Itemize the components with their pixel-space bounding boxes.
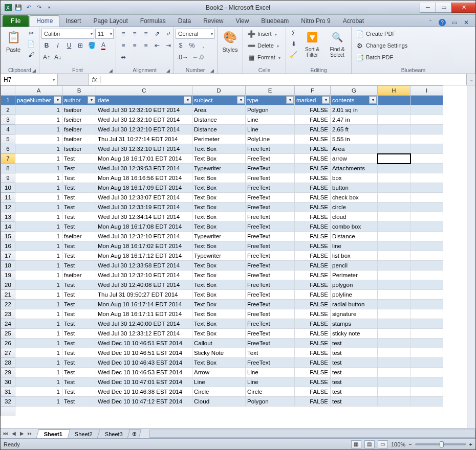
cell[interactable]: Test xyxy=(62,377,96,387)
cell[interactable]: Text xyxy=(246,348,295,358)
cell[interactable] xyxy=(410,290,443,300)
cell[interactable]: Test xyxy=(62,339,96,348)
cell[interactable]: Wed Jul 30 12:33:19 EDT 2014 xyxy=(96,202,192,212)
cell[interactable]: Test xyxy=(62,397,96,407)
cell[interactable] xyxy=(378,348,410,358)
row-header-4[interactable]: 4 xyxy=(1,125,15,134)
cell[interactable] xyxy=(378,202,410,212)
cell[interactable] xyxy=(410,358,443,368)
sheet-tab-sheet1[interactable]: Sheet1 xyxy=(36,429,71,438)
row-header-23[interactable]: 23 xyxy=(1,309,15,319)
delete-cells-button[interactable]: ➖Delete xyxy=(245,40,283,51)
align-middle-button[interactable]: ≡ xyxy=(129,29,140,39)
qat-dropdown-icon[interactable]: ▾ xyxy=(45,3,54,12)
cell[interactable]: Wed Jul 30 12:33:12 EDT 2014 xyxy=(96,329,192,339)
cell[interactable]: 1 xyxy=(15,329,62,339)
cell[interactable]: check box xyxy=(331,193,378,202)
cell[interactable]: Text Box xyxy=(192,358,246,368)
cell[interactable]: Mon Aug 18 16:16:56 EDT 2014 xyxy=(96,173,192,183)
row-header-19[interactable]: 19 xyxy=(1,271,15,280)
cell[interactable]: Line xyxy=(246,368,295,377)
row-header-15[interactable]: 15 xyxy=(1,232,15,241)
fill-button[interactable]: ⬇ xyxy=(288,39,299,49)
cell[interactable]: Wed Jul 30 12:32:10 EDT 2014 xyxy=(96,271,192,280)
cell[interactable]: FreeText xyxy=(246,241,295,251)
cell[interactable]: FALSE xyxy=(295,290,331,300)
cell[interactable]: FALSE xyxy=(295,358,331,368)
cell[interactable]: Wed Dec 10 10:46:43 EST 2014 xyxy=(96,358,192,368)
column-header-F[interactable]: F xyxy=(295,86,331,96)
row-header-9[interactable]: 9 xyxy=(1,173,15,183)
table-header-contents[interactable]: contents▾ xyxy=(331,96,378,105)
merge-center-button[interactable]: ⬌ xyxy=(118,52,128,62)
row-header-14[interactable]: 14 xyxy=(1,222,15,232)
cell[interactable]: 1 xyxy=(15,125,62,134)
cell[interactable]: Test xyxy=(62,290,96,300)
cell[interactable] xyxy=(410,134,443,144)
cell[interactable]: Wed Jul 30 12:33:07 EDT 2014 xyxy=(96,193,192,202)
cell[interactable]: FreeText xyxy=(246,154,295,164)
minimize-ribbon-icon[interactable]: ˆ xyxy=(426,18,435,27)
cell[interactable]: Wed Jul 30 12:40:08 EDT 2014 xyxy=(96,280,192,290)
redo-icon[interactable]: ↷ xyxy=(34,3,44,12)
cell[interactable]: Test xyxy=(62,261,96,271)
cell[interactable] xyxy=(378,144,410,154)
cell[interactable] xyxy=(410,144,443,154)
table-header-date[interactable]: date▾ xyxy=(96,96,192,105)
cell[interactable]: 1 xyxy=(15,115,62,125)
row-header-12[interactable]: 12 xyxy=(1,202,15,212)
cell[interactable]: Wed Jul 30 12:33:58 EDT 2014 xyxy=(96,261,192,271)
cell[interactable]: Test xyxy=(62,222,96,232)
cell[interactable]: FreeText xyxy=(246,202,295,212)
select-all-cell[interactable] xyxy=(1,86,15,96)
ribbon-tab-nitro-pro-9[interactable]: Nitro Pro 9 xyxy=(295,15,336,27)
bold-button[interactable]: B xyxy=(41,40,52,51)
cell[interactable]: 1 xyxy=(15,290,62,300)
cell[interactable]: Text Box xyxy=(192,154,246,164)
column-header-I[interactable]: I xyxy=(410,86,443,96)
align-top-button[interactable]: ≡ xyxy=(118,29,128,39)
cell[interactable]: Mon Aug 18 16:17:02 EDT 2014 xyxy=(96,241,192,251)
ribbon-tab-page-layout[interactable]: Page Layout xyxy=(87,15,134,27)
cell[interactable]: stamps xyxy=(331,319,378,329)
cell[interactable]: FALSE xyxy=(295,300,331,309)
cell[interactable]: Typewriter xyxy=(192,164,246,173)
cell[interactable]: FALSE xyxy=(295,397,331,407)
cell[interactable]: 1 xyxy=(15,144,62,154)
cell[interactable]: Cloud xyxy=(192,397,246,407)
cell[interactable]: FALSE xyxy=(295,280,331,290)
orientation-button[interactable]: ⇗ xyxy=(152,29,162,39)
vertical-scrollbar[interactable] xyxy=(467,85,475,428)
cell[interactable]: combo box xyxy=(331,222,378,232)
font-color-button[interactable]: A xyxy=(98,40,109,51)
row-header-17[interactable]: 17 xyxy=(1,251,15,261)
increase-decimal-button[interactable]: .0→ xyxy=(176,52,190,62)
column-header-C[interactable]: C xyxy=(96,86,192,96)
cell[interactable]: 1 xyxy=(15,183,62,193)
page-break-view-button[interactable]: ▭ xyxy=(378,440,388,448)
cell[interactable]: 1 xyxy=(15,271,62,280)
cell[interactable] xyxy=(378,387,410,397)
row-header-26[interactable]: 26 xyxy=(1,339,15,348)
cell[interactable]: FALSE xyxy=(295,377,331,387)
help-icon[interactable]: ? xyxy=(439,19,446,26)
cell[interactable] xyxy=(378,261,410,271)
cell[interactable]: FALSE xyxy=(295,222,331,232)
cell[interactable] xyxy=(378,377,410,387)
cell[interactable]: circle xyxy=(331,202,378,212)
row-header-3[interactable]: 3 xyxy=(1,115,15,125)
sheet-tab-sheet2[interactable]: Sheet2 xyxy=(67,430,100,438)
cut-button[interactable]: ✂ xyxy=(26,28,36,38)
cell[interactable]: FALSE xyxy=(295,164,331,173)
cell[interactable]: Wed Jul 30 12:32:10 EDT 2014 xyxy=(96,144,192,154)
styles-button[interactable]: 🎨 Styles xyxy=(220,28,241,54)
cell[interactable]: Test xyxy=(62,183,96,193)
table-header-author[interactable]: author▾ xyxy=(62,96,96,105)
decrease-indent-button[interactable]: ⇤ xyxy=(152,40,162,51)
cell[interactable]: 1 xyxy=(15,241,62,251)
cell[interactable]: FALSE xyxy=(295,193,331,202)
filter-icon[interactable]: ▾ xyxy=(88,96,95,104)
cell[interactable]: line xyxy=(331,241,378,251)
ribbon-tab-review[interactable]: Review xyxy=(197,15,229,27)
row-header-6[interactable]: 6 xyxy=(1,144,15,154)
